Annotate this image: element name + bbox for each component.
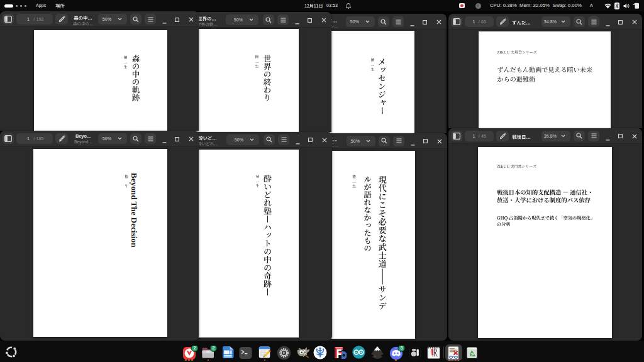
svg-text:2: 2 [193, 346, 196, 351]
svg-text:3: 3 [400, 346, 402, 351]
svg-text:2: 2 [213, 346, 215, 351]
